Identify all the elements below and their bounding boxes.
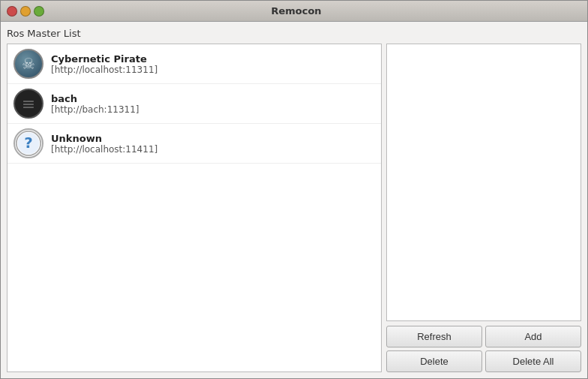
right-buttons: Refresh Add Delete Delete All: [386, 326, 581, 372]
svg-text:?: ?: [24, 134, 32, 152]
content-area: Ros Master List Cybernetic Pirate [http:…: [1, 22, 587, 378]
list-item[interactable]: Cybernetic Pirate [http://localhost:1131…: [8, 44, 381, 84]
list-item[interactable]: bach [http://bach:11311]: [8, 84, 381, 124]
refresh-button[interactable]: Refresh: [386, 326, 482, 347]
avatar-unknown: ?: [14, 128, 44, 158]
item-text: Unknown [http://localhost:11411]: [51, 133, 158, 155]
item-url: [http://localhost:11311]: [51, 65, 158, 75]
ros-master-label: Ros Master List: [7, 28, 581, 39]
add-button[interactable]: Add: [485, 326, 581, 347]
right-panel: Refresh Add Delete Delete All: [386, 44, 581, 372]
item-text: bach [http://bach:11311]: [51, 93, 140, 115]
main-window: Remocon Ros Master List Cybernetic Pirat…: [0, 0, 588, 379]
list-item[interactable]: ? Unknown [http://localhost:11411]: [8, 124, 381, 164]
avatar-pirate: [14, 49, 44, 79]
right-list: [386, 44, 581, 321]
minimize-button[interactable]: [20, 6, 31, 17]
master-list-panel: Cybernetic Pirate [http://localhost:1131…: [7, 44, 382, 372]
window-title: Remocon: [49, 5, 544, 17]
delete-button[interactable]: Delete: [386, 350, 482, 372]
close-button[interactable]: [7, 6, 17, 17]
avatar-bach: [14, 89, 44, 119]
item-name: bach: [51, 93, 140, 104]
maximize-button[interactable]: [34, 6, 44, 17]
item-name: Cybernetic Pirate: [51, 53, 158, 65]
window-controls: [7, 6, 44, 17]
item-url: [http://bach:11311]: [51, 104, 140, 115]
item-name: Unknown: [51, 133, 158, 144]
delete-all-button[interactable]: Delete All: [485, 350, 581, 372]
titlebar: Remocon: [1, 1, 587, 22]
item-text: Cybernetic Pirate [http://localhost:1131…: [51, 53, 158, 75]
item-url: [http://localhost:11411]: [51, 144, 158, 155]
main-panels: Cybernetic Pirate [http://localhost:1131…: [7, 44, 581, 372]
